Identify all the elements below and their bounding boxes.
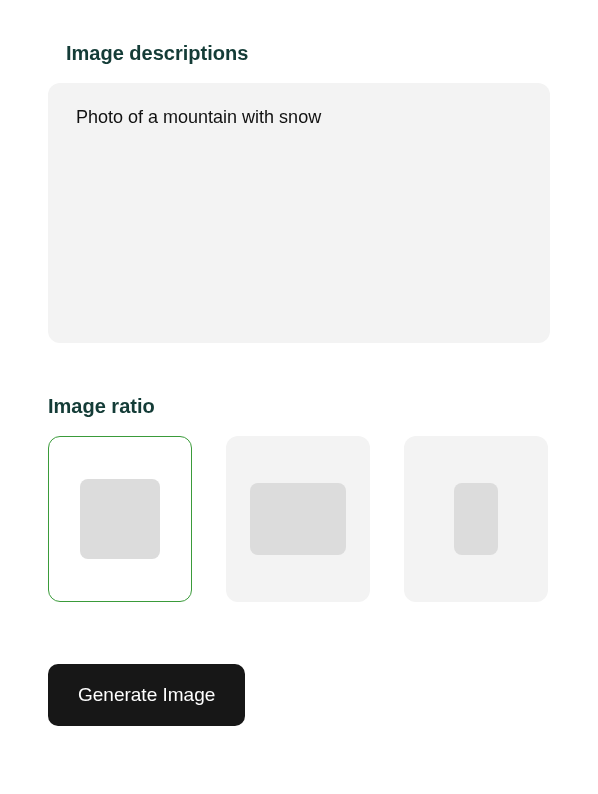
- ratio-option-square[interactable]: [48, 436, 192, 602]
- portrait-icon: [454, 483, 498, 555]
- ratio-option-landscape[interactable]: [226, 436, 370, 602]
- landscape-icon: [250, 483, 346, 555]
- ratio-title: Image ratio: [48, 395, 550, 418]
- generate-button[interactable]: Generate Image: [48, 664, 245, 726]
- descriptions-title: Image descriptions: [66, 42, 550, 65]
- description-input[interactable]: [48, 83, 550, 343]
- ratio-options: [48, 436, 550, 602]
- ratio-option-portrait[interactable]: [404, 436, 548, 602]
- square-icon: [80, 479, 160, 559]
